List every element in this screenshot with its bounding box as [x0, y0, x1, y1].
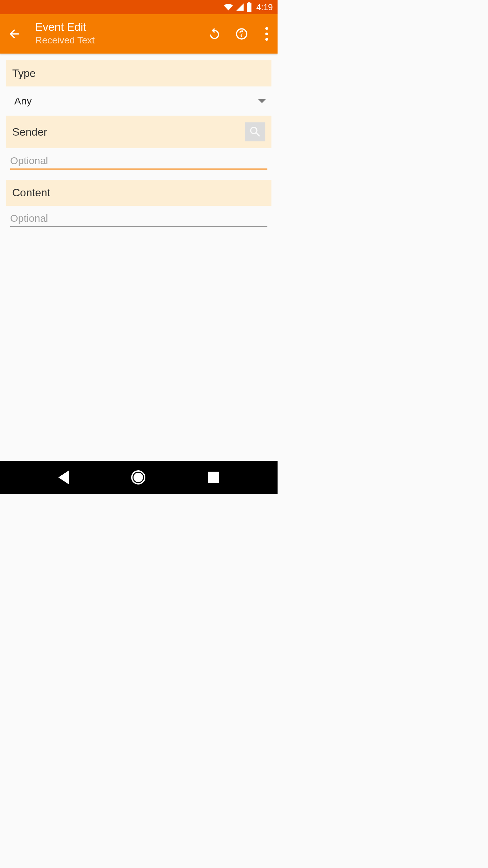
- wifi-icon: [223, 3, 234, 12]
- svg-rect-1: [248, 2, 250, 4]
- app-bar-actions: [208, 27, 270, 41]
- sender-label: Sender: [12, 126, 47, 138]
- overflow-menu-icon[interactable]: [265, 27, 268, 41]
- content-label: Content: [12, 186, 50, 199]
- app-title: Event Edit: [35, 21, 208, 33]
- nav-back-button[interactable]: [58, 470, 69, 485]
- status-time: 4:19: [256, 2, 273, 12]
- type-section-header: Type: [6, 60, 271, 86]
- sender-input-row: [0, 148, 278, 170]
- content-area: Type Any Sender Content: [0, 54, 278, 234]
- app-bar: Event Edit Received Text: [0, 14, 278, 54]
- content-input[interactable]: [10, 211, 267, 227]
- type-dropdown[interactable]: Any: [0, 86, 278, 116]
- app-title-group: Event Edit Received Text: [35, 21, 208, 46]
- status-bar: 4:19: [0, 0, 278, 14]
- navigation-bar: [0, 461, 278, 494]
- svg-rect-0: [247, 3, 251, 12]
- undo-icon[interactable]: [208, 27, 221, 41]
- content-section-header: Content: [6, 180, 271, 206]
- type-value: Any: [14, 95, 32, 107]
- sender-section-header: Sender: [6, 116, 271, 148]
- battery-icon: [246, 2, 252, 12]
- content-input-row: [0, 206, 278, 227]
- nav-home-button[interactable]: [131, 470, 145, 485]
- help-icon[interactable]: [235, 27, 248, 41]
- sender-search-button[interactable]: [245, 122, 265, 141]
- cellular-icon: [235, 3, 245, 12]
- chevron-down-icon: [258, 99, 266, 103]
- search-icon: [248, 125, 262, 139]
- type-label: Type: [12, 67, 36, 80]
- app-subtitle: Received Text: [35, 34, 208, 47]
- back-arrow-icon[interactable]: [7, 27, 21, 41]
- sender-input[interactable]: [10, 153, 267, 170]
- nav-recent-button[interactable]: [208, 472, 219, 483]
